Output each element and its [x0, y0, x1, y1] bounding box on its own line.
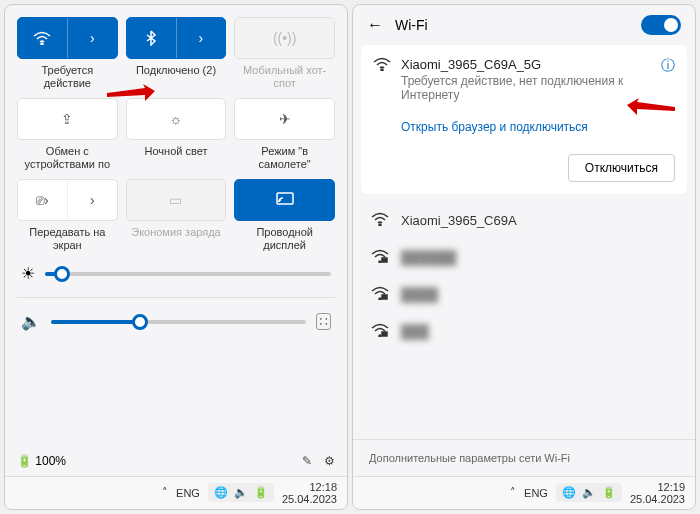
volume-icon: 🔈 — [21, 312, 41, 331]
wifi-secure-icon — [371, 323, 389, 340]
tray-chevron-icon[interactable]: ˄ — [162, 486, 168, 499]
audio-output-icon[interactable]: ⸬ — [316, 313, 331, 330]
more-wifi-settings[interactable]: Дополнительные параметры сети Wi-Fi — [353, 439, 695, 476]
svg-rect-7 — [382, 295, 387, 299]
svg-point-3 — [379, 224, 381, 226]
wired-display-tile[interactable] — [234, 179, 335, 221]
network-name: Xiaomi_3965_C69A_5G — [401, 57, 651, 72]
night-icon: ☼ — [170, 111, 183, 127]
system-tray[interactable]: 🌐 🔈 🔋 — [556, 483, 622, 502]
network-tray-icon: 🌐 — [214, 486, 228, 499]
panel-bottom: 🔋 100% ✎ ⚙ — [5, 446, 347, 476]
network-name: Xiaomi_3965_C69A — [401, 213, 517, 228]
cast-label: Передавать на экран — [17, 226, 118, 254]
svg-point-0 — [41, 43, 43, 45]
airplane-icon: ✈ — [279, 111, 291, 127]
wifi-signal-icon — [371, 212, 389, 229]
taskbar: ˄ ENG 🌐 🔈 🔋 12:18 25.04.2023 — [5, 476, 347, 509]
battery-status[interactable]: 🔋 100% — [17, 454, 66, 468]
network-item[interactable]: ████ — [353, 276, 695, 313]
language-indicator[interactable]: ENG — [176, 487, 200, 499]
system-tray[interactable]: 🌐 🔈 🔋 — [208, 483, 274, 502]
wired-icon — [276, 192, 294, 209]
chevron-right-icon[interactable]: › — [67, 18, 117, 58]
battery-tray-icon: 🔋 — [602, 486, 616, 499]
svg-rect-9 — [382, 332, 387, 336]
wifi-icon — [18, 18, 67, 58]
network-name-hidden: ██████ — [401, 250, 456, 265]
network-item[interactable]: Xiaomi_3965_C69A — [353, 202, 695, 239]
info-icon[interactable]: ⓘ — [661, 57, 675, 75]
tray-chevron-icon[interactable]: ˄ — [510, 486, 516, 499]
bluetooth-tile[interactable]: › — [126, 17, 227, 59]
wifi-toggle[interactable] — [641, 15, 681, 35]
svg-rect-5 — [382, 258, 387, 262]
svg-point-4 — [379, 261, 381, 263]
wifi-secure-icon — [371, 249, 389, 266]
red-arrow — [105, 83, 155, 103]
wifi-tile[interactable]: › — [17, 17, 118, 59]
battery-saver-label: Экономия заряда — [126, 226, 227, 254]
network-name-hidden: ███ — [401, 324, 429, 339]
back-icon[interactable]: ← — [367, 16, 383, 34]
language-indicator[interactable]: ENG — [524, 487, 548, 499]
clock[interactable]: 12:19 25.04.2023 — [630, 481, 685, 505]
edit-icon[interactable]: ✎ — [302, 454, 312, 468]
night-light-tile[interactable]: ☼ — [126, 98, 227, 140]
network-item[interactable]: ██████ — [353, 239, 695, 276]
taskbar: ˄ ENG 🌐 🔈 🔋 12:19 25.04.2023 — [353, 476, 695, 509]
share-icon: ⇪ — [61, 111, 73, 127]
bluetooth-icon — [127, 18, 176, 58]
brightness-slider[interactable] — [45, 272, 331, 276]
hotspot-tile[interactable]: ((•)) — [234, 17, 335, 59]
svg-point-6 — [379, 298, 381, 300]
cast-icon: ⎚› — [18, 180, 67, 220]
svg-point-2 — [381, 69, 383, 71]
wifi-label: Требуется действие — [17, 64, 118, 92]
wifi-title: Wi-Fi — [395, 17, 629, 33]
share-label: Обмен с устройствами по — [17, 145, 118, 173]
battery-saver-tile[interactable]: ▭ — [126, 179, 227, 221]
open-browser-link[interactable]: Открыть браузер и подключиться — [401, 120, 588, 134]
hotspot-label: Мобильный хот-спот — [234, 64, 335, 92]
brightness-icon: ☀ — [21, 264, 35, 283]
current-network[interactable]: Xiaomi_3965_C69A_5G Требуется действие, … — [361, 45, 687, 194]
share-tile[interactable]: ⇪ — [17, 98, 118, 140]
volume-tray-icon: 🔈 — [234, 486, 248, 499]
network-name-hidden: ████ — [401, 287, 438, 302]
battery-saver-icon: ▭ — [169, 192, 182, 208]
cast-tile[interactable]: ⎚› › — [17, 179, 118, 221]
wired-label: Проводной дисплей — [234, 226, 335, 254]
airplane-label: Режим "в самолете" — [234, 145, 335, 173]
airplane-tile[interactable]: ✈ — [234, 98, 335, 140]
wifi-secure-icon — [371, 286, 389, 303]
chevron-right-icon[interactable]: › — [176, 18, 226, 58]
wifi-panel: ← Wi-Fi Xiaomi_3965_C69A_5G Требуется де… — [352, 4, 696, 510]
network-status: Требуется действие, нет подключения к Ин… — [401, 74, 651, 102]
volume-tray-icon: 🔈 — [582, 486, 596, 499]
volume-slider[interactable] — [51, 320, 306, 324]
red-arrow — [627, 97, 677, 117]
network-item[interactable]: ███ — [353, 313, 695, 350]
settings-icon[interactable]: ⚙ — [324, 454, 335, 468]
hotspot-icon: ((•)) — [273, 30, 297, 46]
wifi-signal-icon — [373, 57, 391, 75]
disconnect-button[interactable]: Отключиться — [568, 154, 675, 182]
brightness-slider-row: ☀ — [17, 254, 335, 293]
chevron-right-icon[interactable]: › — [67, 180, 117, 220]
quick-settings-panel: › › ((•)) Требуется действие Подключено … — [4, 4, 348, 510]
svg-point-8 — [379, 335, 381, 337]
clock[interactable]: 12:18 25.04.2023 — [282, 481, 337, 505]
night-label: Ночной свет — [126, 145, 227, 173]
battery-tray-icon: 🔋 — [254, 486, 268, 499]
wifi-header: ← Wi-Fi — [353, 5, 695, 45]
network-tray-icon: 🌐 — [562, 486, 576, 499]
volume-slider-row: 🔈 ⸬ — [17, 302, 335, 341]
